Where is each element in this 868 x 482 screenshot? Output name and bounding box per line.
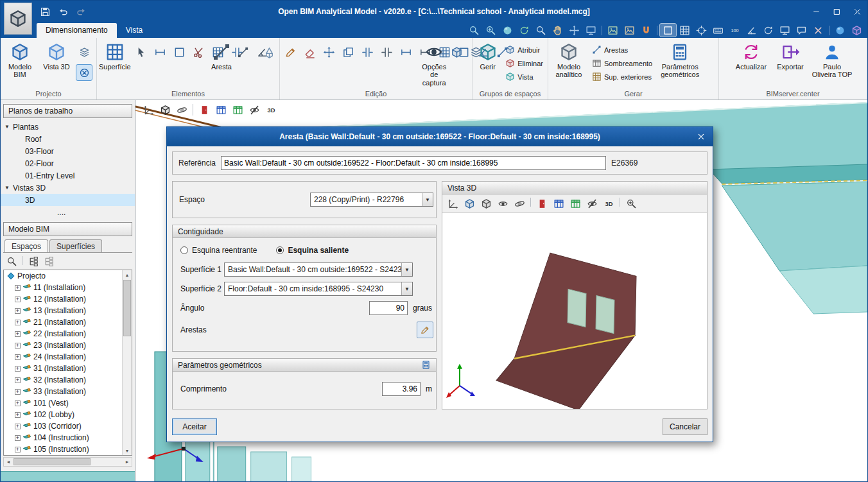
spaces-table-icon[interactable] bbox=[230, 103, 245, 117]
move-element-icon[interactable] bbox=[320, 44, 337, 60]
workplane-item[interactable]: ▼ .... bbox=[1, 206, 135, 218]
hide-elements-icon[interactable] bbox=[584, 196, 600, 211]
zoom-all-icon[interactable] bbox=[499, 24, 516, 37]
expand-icon[interactable]: + bbox=[15, 331, 21, 337]
split-vertical-icon[interactable] bbox=[378, 44, 395, 60]
referencia-input[interactable] bbox=[221, 156, 606, 170]
maximize-button[interactable] bbox=[826, 3, 847, 21]
split-horizontal-icon[interactable] bbox=[359, 44, 376, 60]
hscroll-thumb[interactable] bbox=[13, 458, 91, 465]
refresh-view-icon[interactable] bbox=[760, 24, 776, 37]
radio-esquina-saliente[interactable]: Esquina saliente bbox=[276, 246, 349, 255]
expand-icon[interactable]: + bbox=[15, 285, 21, 291]
expand-icon[interactable]: + bbox=[15, 354, 21, 360]
space-item[interactable]: + 103 (Corridor) bbox=[4, 420, 122, 432]
zoom-icon[interactable] bbox=[623, 196, 639, 211]
comments-icon[interactable] bbox=[794, 24, 810, 37]
workplane-item[interactable]: ▼ 3D bbox=[1, 194, 135, 206]
scroll-down-arrow[interactable]: ▼ bbox=[123, 446, 132, 455]
expand-icon[interactable]: + bbox=[15, 343, 21, 349]
project-root-item[interactable]: Projecto bbox=[4, 270, 122, 282]
modelo-bim-button[interactable]: Modelo BIM bbox=[3, 39, 37, 79]
radio-esquina-reentrante[interactable]: Esquina reentrante bbox=[180, 246, 257, 255]
collapse-tree-icon[interactable] bbox=[41, 255, 55, 268]
analytical-grid-icon[interactable] bbox=[551, 196, 566, 211]
aresta-button[interactable]: Aresta bbox=[211, 39, 233, 71]
tab-vista[interactable]: Vista bbox=[117, 23, 152, 38]
scroll-thumb[interactable] bbox=[123, 280, 131, 336]
sup-exteriores-button[interactable]: Sup. exteriores bbox=[589, 71, 655, 82]
axes-icon[interactable] bbox=[445, 196, 460, 211]
modelo-analitico-button[interactable]: Modelo analítico bbox=[550, 39, 587, 79]
shading-icon[interactable] bbox=[157, 103, 173, 117]
horizontal-scrollbar[interactable]: ◄ ► bbox=[3, 457, 132, 467]
space-item[interactable]: + 32 (Installation) bbox=[4, 374, 122, 386]
grid-icon[interactable] bbox=[677, 24, 693, 37]
scroll-left-arrow[interactable]: ◄ bbox=[4, 460, 13, 464]
superficie1-select[interactable]: Basic Wall:Default - 30 cm outside:16952… bbox=[224, 263, 413, 277]
select-surface-icon[interactable] bbox=[133, 44, 150, 60]
openings-icon[interactable] bbox=[196, 103, 212, 117]
workplane-item[interactable]: ▼ Plantas bbox=[1, 121, 135, 133]
minimize-button[interactable] bbox=[806, 3, 826, 21]
full-screen-icon[interactable] bbox=[583, 24, 599, 37]
delete-icon[interactable] bbox=[301, 44, 318, 60]
space-item[interactable]: + 22 (Installation) bbox=[4, 328, 122, 340]
dialog-close-button[interactable] bbox=[693, 130, 709, 143]
search-icon[interactable] bbox=[4, 255, 19, 268]
expand-icon[interactable]: + bbox=[15, 308, 21, 314]
orbit-cube-icon[interactable] bbox=[478, 196, 494, 211]
tab-espacos[interactable]: Espaços bbox=[4, 239, 48, 252]
search-icon[interactable] bbox=[533, 24, 549, 37]
expand-icon[interactable]: + bbox=[15, 377, 21, 383]
space-item[interactable]: + 21 (Installation) bbox=[4, 316, 122, 328]
eliminar-button[interactable]: Eliminar bbox=[503, 58, 546, 69]
move-view-icon[interactable] bbox=[566, 24, 582, 37]
shade-mode-icon[interactable] bbox=[462, 196, 477, 211]
gerir-button[interactable]: Gerir bbox=[474, 39, 501, 71]
workplane-item[interactable]: ▼ 02-Floor bbox=[1, 157, 135, 169]
expand-icon[interactable]: + bbox=[15, 366, 21, 372]
aceitar-button[interactable]: Aceitar bbox=[172, 418, 217, 435]
trim-surface-icon[interactable] bbox=[152, 44, 169, 60]
dialog-title-bar[interactable]: Aresta (Basic Wall:Default - 30 cm outsi… bbox=[167, 127, 713, 146]
workplane-item[interactable]: ▼ 01-Entry Level bbox=[1, 169, 135, 182]
orbit-icon[interactable] bbox=[174, 103, 189, 117]
capture-image-icon[interactable] bbox=[605, 24, 621, 37]
expand-icon[interactable]: + bbox=[15, 389, 21, 395]
redraw-icon[interactable] bbox=[516, 24, 532, 37]
opcoes-captura-button[interactable]: Opções de captura bbox=[422, 39, 446, 87]
expander-icon[interactable]: ▼ bbox=[4, 185, 10, 191]
ortho-angle-icon[interactable] bbox=[743, 24, 759, 37]
expand-icon[interactable]: + bbox=[15, 424, 21, 429]
space-item[interactable]: + 12 (Installation) bbox=[4, 293, 122, 305]
keyboard-input-icon[interactable] bbox=[710, 24, 726, 37]
hide-elements-icon[interactable] bbox=[247, 103, 262, 117]
save-icon[interactable] bbox=[37, 4, 53, 19]
app-logo-button[interactable] bbox=[4, 3, 32, 35]
measure-horizontal-icon[interactable] bbox=[397, 44, 414, 60]
pan-icon[interactable] bbox=[550, 24, 566, 37]
rotate-surface-icon[interactable] bbox=[171, 44, 188, 60]
expand-icon[interactable]: + bbox=[15, 320, 21, 325]
space-item[interactable]: + 24 (Installation) bbox=[4, 351, 122, 363]
close-button[interactable] bbox=[847, 3, 867, 21]
zoom-previous-icon[interactable] bbox=[466, 24, 482, 37]
expander-icon[interactable]: ▼ bbox=[4, 124, 10, 130]
workplane-item[interactable]: ▼ Vistas 3D bbox=[1, 182, 135, 194]
exportar-button[interactable]: Exportar bbox=[772, 39, 809, 71]
space-item[interactable]: + 101 (Vest) bbox=[4, 397, 122, 409]
zoom-window-icon[interactable] bbox=[483, 24, 499, 37]
undo-icon[interactable] bbox=[55, 4, 71, 19]
edit-arestas-button[interactable] bbox=[417, 322, 433, 338]
space-item[interactable]: + 11 (Installation) bbox=[4, 282, 122, 293]
close-view-icon[interactable] bbox=[810, 24, 826, 37]
orbit-icon[interactable] bbox=[512, 196, 527, 211]
sombreamento-button[interactable]: Sombreamento bbox=[589, 58, 655, 69]
atribuir-button[interactable]: Atribuir bbox=[503, 44, 546, 55]
redo-icon[interactable] bbox=[73, 4, 89, 19]
workplane-item[interactable]: ▼ 03-Floor bbox=[1, 145, 135, 157]
expand-icon[interactable]: + bbox=[15, 447, 21, 452]
scroll-up-arrow[interactable]: ▲ bbox=[123, 270, 132, 279]
espaco-select[interactable]: 228 (Copy/Print) - R22796 ▼ bbox=[310, 193, 433, 207]
